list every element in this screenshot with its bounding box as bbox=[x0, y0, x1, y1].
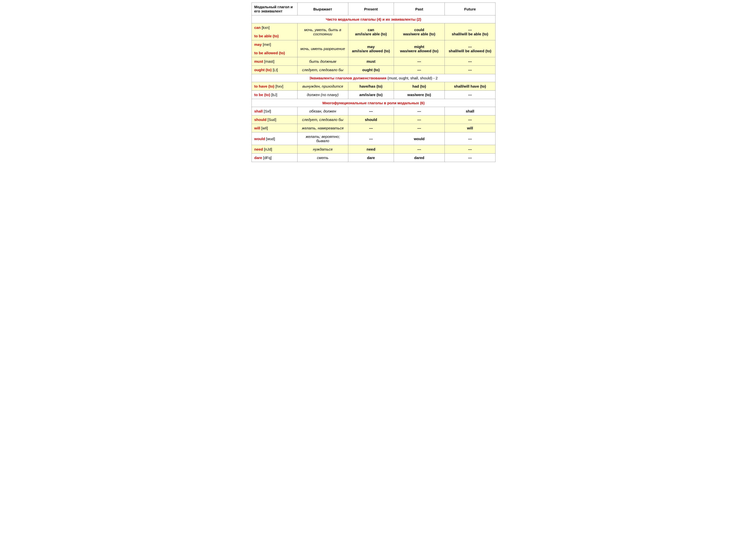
modal-verb-name: dare bbox=[254, 156, 262, 160]
modal-verb-name: ought (to) bbox=[254, 68, 272, 72]
cell-present: --- bbox=[348, 132, 394, 145]
cell-past: could was/were able (to) bbox=[394, 23, 445, 40]
cell-past: --- bbox=[394, 66, 445, 74]
table-row: should [Sud]следует, следовало быshould-… bbox=[252, 115, 495, 124]
modal-verb-name: to be (to) bbox=[254, 92, 270, 97]
modal-equiv-name: to be allowed (to) bbox=[254, 51, 285, 55]
table-row: dare [dFq]сметьdaredared--- bbox=[252, 154, 495, 162]
cell-modal-verb: must [mast] bbox=[252, 57, 298, 66]
cell-meaning: следует, следовало бы bbox=[297, 66, 348, 74]
cell-present: need bbox=[348, 145, 394, 154]
cell-future: --- bbox=[445, 145, 495, 154]
cell-modal-verb: can [kxn]to be able (to) bbox=[252, 23, 298, 40]
modal-verb-transcription: [dFq] bbox=[262, 156, 272, 160]
cell-past: --- bbox=[394, 57, 445, 66]
cell-future: --- bbox=[445, 115, 495, 124]
cell-future: --- bbox=[445, 132, 495, 145]
modal-verb-transcription: [Lt] bbox=[272, 68, 278, 72]
table-row: Многофункциональные глаголы в роли модал… bbox=[252, 99, 495, 107]
cell-past: might was/were allowed (to) bbox=[394, 40, 445, 57]
cell-past: --- bbox=[394, 115, 445, 124]
table-row: to have (to) [hxv]вынужден, приходитсяha… bbox=[252, 82, 495, 90]
cell-modal-verb: should [Sud] bbox=[252, 115, 298, 124]
cell-modal-verb: need [nJd] bbox=[252, 145, 298, 154]
modal-verb-transcription: [meI] bbox=[262, 42, 271, 47]
modal-verb-transcription: [kxn] bbox=[261, 25, 270, 30]
cell-past: had (to) bbox=[394, 82, 445, 90]
section-header-red: Чисто модальные глаголы (4) и их эквивал… bbox=[326, 17, 421, 21]
cell-meaning: нуждаться bbox=[297, 145, 348, 154]
cell-future: --- shall/will be able (to) bbox=[445, 23, 495, 40]
cell-past: --- bbox=[394, 145, 445, 154]
table-body: Чисто модальные глаголы (4) и их эквивал… bbox=[252, 16, 495, 162]
table-row: Эквиваленты глаголов долженствования (mu… bbox=[252, 74, 495, 82]
modal-verb-name: can bbox=[254, 25, 261, 30]
cell-meaning: обязан, должен bbox=[297, 107, 348, 115]
cell-meaning: желать, намереваться bbox=[297, 124, 348, 132]
table-row: Чисто модальные глаголы (4) и их эквивал… bbox=[252, 16, 495, 23]
cell-present: ought (to) bbox=[348, 66, 394, 74]
cell-future: --- shall/will be allowed (to) bbox=[445, 40, 495, 57]
modal-verb-name: shall bbox=[254, 109, 263, 113]
cell-modal-verb: shall [Sxl] bbox=[252, 107, 298, 115]
cell-present: can am/is/are able (to) bbox=[348, 23, 394, 40]
cell-meaning: следует, следовало бы bbox=[297, 115, 348, 124]
table-row: may [meI]to be allowed (to)мочь, иметь р… bbox=[252, 40, 495, 57]
header-modal: Модальный глагол и его эквивалент bbox=[252, 3, 298, 16]
cell-future: --- bbox=[445, 57, 495, 66]
table-header: Модальный глагол и его эквивалент Выража… bbox=[252, 3, 495, 16]
modal-verb-transcription: [mast] bbox=[263, 59, 275, 63]
cell-meaning: вынужден, приходится bbox=[297, 82, 348, 90]
modal-verb-transcription: [Sud] bbox=[266, 117, 276, 122]
cell-past: dared bbox=[394, 154, 445, 162]
cell-modal-verb: may [meI]to be allowed (to) bbox=[252, 40, 298, 57]
cell-meaning: мочь, иметь разрешение bbox=[297, 40, 348, 57]
cell-modal-verb: to be (to) [bJ] bbox=[252, 90, 298, 99]
modal-verb-name: to have (to) bbox=[254, 84, 275, 88]
cell-future: --- bbox=[445, 66, 495, 74]
table-row: can [kxn]to be able (to)мочь, уметь, быт… bbox=[252, 23, 495, 40]
cell-past: would bbox=[394, 132, 445, 145]
cell-modal-verb: would [wud] bbox=[252, 132, 298, 145]
section-header-cell: Эквиваленты глаголов долженствования (mu… bbox=[252, 74, 495, 82]
section-header-cell: Многофункциональные глаголы в роли модал… bbox=[252, 99, 495, 107]
modal-verb-name: would bbox=[254, 137, 265, 141]
cell-future: --- bbox=[445, 154, 495, 162]
table-row: ought (to) [Lt]следует, следовало быough… bbox=[252, 66, 495, 74]
cell-present: --- bbox=[348, 107, 394, 115]
header-vyrazhaet: Выражает bbox=[297, 3, 348, 16]
cell-meaning: должен (по плану) bbox=[297, 90, 348, 99]
table-row: shall [Sxl]обязан, должен------shall bbox=[252, 107, 495, 115]
cell-present: must bbox=[348, 57, 394, 66]
section-header-black: (must, ought, shall, should) - 2 bbox=[386, 76, 438, 80]
cell-present: have/has (to) bbox=[348, 82, 394, 90]
cell-meaning: сметь bbox=[297, 154, 348, 162]
table-row: would [wud]желать; вероятно; бывало---wo… bbox=[252, 132, 495, 145]
table-row: need [nJd]нуждатьсяneed------ bbox=[252, 145, 495, 154]
cell-future: shall bbox=[445, 107, 495, 115]
cell-present: dare bbox=[348, 154, 394, 162]
cell-future: --- bbox=[445, 90, 495, 99]
cell-meaning: быть должным bbox=[297, 57, 348, 66]
table-row: must [mast]быть должнымmust------ bbox=[252, 57, 495, 66]
cell-meaning: мочь, уметь, быть в состоянии bbox=[297, 23, 348, 40]
modal-verb-transcription: [wIl] bbox=[260, 126, 268, 130]
cell-modal-verb: will [wIl] bbox=[252, 124, 298, 132]
cell-past: --- bbox=[394, 107, 445, 115]
cell-present: am/is/are (to) bbox=[348, 90, 394, 99]
modal-verb-transcription: [nJd] bbox=[263, 147, 272, 151]
modal-verb-name: should bbox=[254, 117, 266, 122]
modal-verb-transcription: [wud] bbox=[265, 137, 275, 141]
cell-present: should bbox=[348, 115, 394, 124]
section-header-red: Многофункциональные глаголы в роли модал… bbox=[323, 101, 424, 105]
section-header-cell: Чисто модальные глаголы (4) и их эквивал… bbox=[252, 16, 495, 23]
cell-meaning: желать; вероятно; бывало bbox=[297, 132, 348, 145]
modal-verb-transcription: [Sxl] bbox=[263, 109, 271, 113]
cell-modal-verb: to have (to) [hxv] bbox=[252, 82, 298, 90]
cell-modal-verb: dare [dFq] bbox=[252, 154, 298, 162]
table-row: to be (to) [bJ]должен (по плану)am/is/ar… bbox=[252, 90, 495, 99]
cell-modal-verb: ought (to) [Lt] bbox=[252, 66, 298, 74]
modal-verb-name: must bbox=[254, 59, 263, 63]
modal-verb-name: need bbox=[254, 147, 263, 151]
cell-past: was/were (to) bbox=[394, 90, 445, 99]
